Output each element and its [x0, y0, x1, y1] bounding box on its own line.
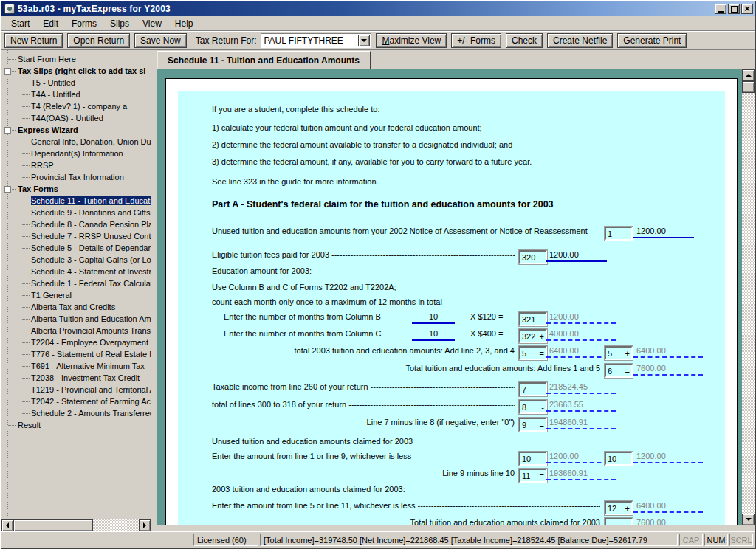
line-operator: =	[625, 367, 630, 376]
line-number-box-7: 7	[519, 382, 547, 396]
save-now-button[interactable]: Save Now	[134, 33, 187, 48]
minimize-button[interactable]	[715, 4, 726, 14]
tree-item-label: T1219 - Provincial and Territorial Al	[31, 385, 151, 394]
tree-item-t1-general[interactable]: T1 General	[1, 289, 151, 301]
tree-scrollbar-thumb[interactable]	[13, 519, 93, 531]
form-vertical-scrollbar[interactable]	[742, 69, 755, 525]
form-scrollbar-thumb[interactable]	[742, 81, 755, 93]
form-text-row: Education amount for 2003:	[178, 266, 725, 281]
tree-item-label: Tax Forms	[18, 184, 58, 193]
menu-slips[interactable]: Slips	[103, 17, 136, 30]
form-field-row: total of lines 300 to 318 of your return…	[178, 400, 725, 415]
field-label: total of lines 300 to 318 of your return…	[212, 400, 515, 410]
new-return-button[interactable]: New Return	[4, 33, 63, 48]
formula-text: X $120 =	[470, 312, 503, 321]
scroll-right-button[interactable]	[139, 519, 151, 531]
tree-item-schedule-8-canada-pension-plan[interactable]: Schedule 8 - Canada Pension Plan (	[1, 218, 151, 230]
maximize-view-button[interactable]: Maximize View	[376, 33, 447, 48]
tree-item-label: Alberta Tuition and Education Amou	[31, 314, 151, 323]
generate-print-button[interactable]: Generate Print	[617, 33, 687, 48]
amount-computed-12: 6400.00	[633, 501, 703, 513]
tree-item-label: T4A - Untitled	[31, 90, 80, 99]
tree-item-schedule-9-donations-and-gifts[interactable]: Schedule 9 - Donations and Gifts	[1, 207, 151, 218]
tree-item-tax-slips-right-click-to-add-tax-sl[interactable]: -Tax Slips (right click to add tax sl	[1, 65, 151, 77]
form-text: Education amount for 2003:	[212, 266, 312, 275]
tree-item-result[interactable]: Result	[1, 419, 151, 431]
tree-item-t776-statement-of-real-estate-re[interactable]: T776 - Statement of Real Estate Re	[1, 348, 151, 360]
tree-expander[interactable]: -	[4, 68, 11, 75]
tree-item-provincial-tax-information[interactable]: Provincial Tax Information	[1, 171, 151, 183]
field-label: Eligible tuition fees paid for 2003-----…	[212, 250, 515, 260]
tree-item-t5-untitled[interactable]: T5 - Untitled	[1, 77, 151, 89]
tree-expander[interactable]: -	[4, 186, 11, 193]
forms-button[interactable]: +/- Forms	[451, 33, 501, 48]
taxpayer-combobox[interactable]: PAUL FIFTYTHREE	[261, 33, 371, 48]
tree-item-schedule-5-details-of-dependant[interactable]: Schedule 5 - Details of Dependant	[1, 242, 151, 254]
tree-item-t1219-provincial-and-territorial-al[interactable]: T1219 - Provincial and Territorial Al	[1, 384, 151, 396]
tree-item-schedule-1-federal-tax-calculatio[interactable]: Schedule 1 - Federal Tax Calculatio	[1, 277, 151, 289]
tree-item-schedule-11-tuition-and-education[interactable]: Schedule 11 - Tuition and Education	[1, 195, 151, 207]
check-button[interactable]: Check	[506, 33, 543, 48]
tree-item-label: T4 (Relev? 1) - company a	[31, 102, 127, 111]
scroll-down-button[interactable]	[742, 514, 755, 525]
dash-leader: ----------------------------------------…	[418, 501, 600, 511]
tree-item-t2042-statement-of-farming-acti[interactable]: T2042 - Statement of Farming Acti	[1, 396, 151, 407]
tree-item-alberta-provincial-amounts-transfe[interactable]: Alberta Provincial Amounts Transfe	[1, 325, 151, 336]
tree-item-rrsp[interactable]: RRSP	[1, 159, 151, 171]
tree-item-general-info-donation-union-due[interactable]: General Info, Donation, Union Due	[1, 136, 151, 148]
form-text-row: Unused tuition and education amounts cla…	[178, 437, 725, 452]
tree-item-alberta-tax-and-credits[interactable]: Alberta Tax and Credits	[1, 301, 151, 313]
amount-input-1[interactable]: 1200.00	[633, 227, 694, 238]
tree-horizontal-scrollbar[interactable]	[1, 519, 151, 531]
return-for-label: Tax Return For:	[196, 35, 257, 46]
tree-item-dependant-s-information[interactable]: Dependant(s) Information	[1, 148, 151, 159]
tree-item-alberta-tuition-and-education-amou[interactable]: Alberta Tuition and Education Amou	[1, 313, 151, 325]
line-number-box-321: 321	[519, 312, 547, 326]
tree-item-schedule-3-capital-gains-or-losse[interactable]: Schedule 3 - Capital Gains (or Losse	[1, 254, 151, 266]
tree-item-t2038-investment-tax-credit[interactable]: T2038 - Investment Tax Credit	[1, 372, 151, 384]
tree-item-t4a-untitled[interactable]: T4A - Untitled	[1, 89, 151, 100]
tree-item-t4-relev-1-company-a[interactable]: T4 (Relev? 1) - company a	[1, 100, 151, 112]
menu-view[interactable]: View	[136, 17, 168, 30]
form-tree: Start From Here-Tax Slips (right click t…	[1, 50, 151, 431]
tree-item-start-from-here[interactable]: Start From Here	[1, 53, 151, 65]
months-input[interactable]: 10	[412, 312, 455, 324]
line-operator: +	[625, 349, 630, 358]
form-text-row: 1) calculate your federal tuition amount…	[178, 123, 725, 138]
menu-edit[interactable]: Edit	[36, 17, 65, 30]
field-label-text: total 2003 tuition and education amounts…	[295, 346, 515, 356]
create-netfile-button[interactable]: Create Netfile	[547, 33, 613, 48]
close-button[interactable]	[741, 4, 753, 14]
form-text-row: If you are a student, complete this sche…	[178, 105, 725, 120]
chevron-down-icon	[361, 39, 367, 45]
open-return-button[interactable]: Open Return	[67, 33, 130, 48]
tree-item-label: Provincial Tax Information	[31, 173, 124, 182]
tree-item-t691-alternative-minimum-tax[interactable]: T691 - Alternative Minimum Tax	[1, 360, 151, 372]
menu-help[interactable]: Help	[168, 17, 200, 30]
menu-start[interactable]: Start	[4, 17, 36, 30]
tree-scrollbar-track[interactable]	[93, 519, 139, 531]
line-code: 321	[522, 315, 535, 324]
tree-item-schedule-7-rrsp-unused-contribu[interactable]: Schedule 7 - RRSP Unused Contribu	[1, 230, 151, 242]
tree-item-t2204-employee-overpayment-of[interactable]: T2204 - Employee Overpayment of	[1, 336, 151, 348]
tree-item-express-wizard[interactable]: -Express Wizard	[1, 124, 151, 136]
tree-item-schedule-4-statement-of-investm[interactable]: Schedule 4 - Statement of Investm	[1, 266, 151, 277]
combobox-dropdown-button[interactable]	[358, 35, 370, 46]
field-label-text: Enter the amount from line 1 or line 9, …	[212, 452, 411, 462]
line-code: 11	[522, 472, 530, 480]
menu-forms[interactable]: Forms	[65, 17, 103, 30]
line-number-box-6: 6=	[605, 364, 633, 378]
tree-item-schedule-2-amounts-transferred[interactable]: Schedule 2 - Amounts Transferred	[1, 407, 151, 419]
months-input[interactable]: 10	[412, 329, 455, 341]
field-label-text: Taxable income from line 260 of your ret…	[212, 382, 368, 393]
tree-expander[interactable]: -	[4, 127, 11, 134]
tree-item-label: Schedule 5 - Details of Dependant	[31, 244, 151, 252]
form-scrollbar-track[interactable]	[742, 93, 755, 514]
scroll-up-button[interactable]	[742, 69, 755, 81]
tree-item-tax-forms[interactable]: -Tax Forms	[1, 183, 151, 195]
scroll-left-button[interactable]	[1, 519, 13, 531]
amount-input-320[interactable]: 1200.00	[546, 250, 607, 262]
tree-item-t4a-oas-untitled[interactable]: T4A(OAS) - Untitled	[1, 112, 151, 124]
restore-button[interactable]	[728, 4, 740, 14]
tab-schedule-11[interactable]: Schedule 11 - Tuition and Education Amou…	[157, 51, 371, 69]
